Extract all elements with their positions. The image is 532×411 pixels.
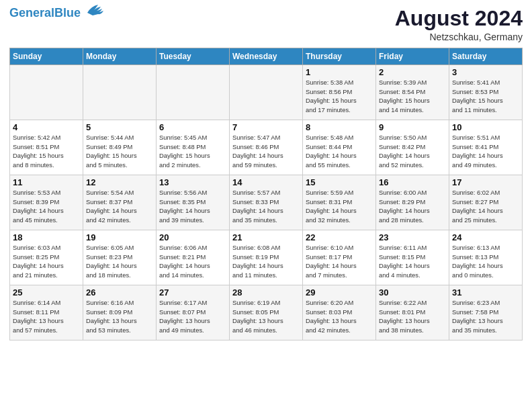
main-container: GeneralBlue August 2024 Netzschkau, Germ…: [0, 0, 532, 411]
day-number: 21: [232, 232, 300, 242]
day-info: Sunrise: 6:08 AM Sunset: 8:19 PM Dayligh…: [232, 243, 300, 280]
day-info: Sunrise: 5:39 AM Sunset: 8:54 PM Dayligh…: [379, 78, 446, 115]
day-info: Sunrise: 5:59 AM Sunset: 8:31 PM Dayligh…: [306, 188, 373, 225]
location: Netzschkau, Germany: [395, 32, 523, 42]
header-saturday: Saturday: [449, 48, 523, 65]
title-block: August 2024 Netzschkau, Germany: [395, 7, 523, 42]
header-monday: Monday: [83, 48, 157, 65]
day-number: 12: [86, 177, 153, 187]
calendar-cell: 19Sunrise: 6:05 AM Sunset: 8:23 PM Dayli…: [83, 230, 157, 285]
calendar-cell: 30Sunrise: 6:22 AM Sunset: 8:01 PM Dayli…: [376, 285, 449, 340]
day-info: Sunrise: 6:19 AM Sunset: 8:05 PM Dayligh…: [232, 298, 300, 335]
calendar-cell: 26Sunrise: 6:16 AM Sunset: 8:09 PM Dayli…: [83, 285, 157, 340]
day-number: 26: [86, 287, 153, 298]
day-number: 27: [159, 287, 226, 298]
day-info: Sunrise: 5:53 AM Sunset: 8:39 PM Dayligh…: [13, 188, 80, 225]
day-info: Sunrise: 5:48 AM Sunset: 8:44 PM Dayligh…: [306, 133, 373, 170]
calendar-cell: [230, 65, 303, 120]
day-number: 5: [86, 122, 153, 132]
calendar-cell: 29Sunrise: 6:20 AM Sunset: 8:03 PM Dayli…: [303, 285, 376, 340]
day-info: Sunrise: 6:05 AM Sunset: 8:23 PM Dayligh…: [86, 243, 153, 280]
calendar-cell: 3Sunrise: 5:41 AM Sunset: 8:53 PM Daylig…: [449, 65, 523, 120]
month-year: August 2024: [395, 7, 523, 30]
day-info: Sunrise: 6:06 AM Sunset: 8:21 PM Dayligh…: [159, 243, 226, 280]
day-info: Sunrise: 6:14 AM Sunset: 8:11 PM Dayligh…: [13, 298, 80, 335]
calendar-cell: 10Sunrise: 5:51 AM Sunset: 8:41 PM Dayli…: [449, 120, 523, 175]
calendar-cell: 13Sunrise: 5:56 AM Sunset: 8:35 PM Dayli…: [157, 175, 230, 230]
day-number: 30: [379, 287, 446, 298]
day-info: Sunrise: 5:51 AM Sunset: 8:41 PM Dayligh…: [452, 133, 519, 170]
day-number: 10: [452, 122, 519, 132]
calendar-header-row: Sunday Monday Tuesday Wednesday Thursday…: [10, 48, 523, 65]
calendar-cell: 23Sunrise: 6:11 AM Sunset: 8:15 PM Dayli…: [376, 230, 449, 285]
day-info: Sunrise: 5:45 AM Sunset: 8:48 PM Dayligh…: [159, 133, 226, 170]
day-info: Sunrise: 6:17 AM Sunset: 8:07 PM Dayligh…: [159, 298, 226, 335]
day-number: 15: [306, 177, 373, 187]
header-sunday: Sunday: [10, 48, 83, 65]
day-info: Sunrise: 6:13 AM Sunset: 8:13 PM Dayligh…: [452, 243, 519, 280]
day-info: Sunrise: 5:50 AM Sunset: 8:42 PM Dayligh…: [379, 133, 446, 170]
calendar-cell: 28Sunrise: 6:19 AM Sunset: 8:05 PM Dayli…: [230, 285, 303, 340]
day-number: 2: [379, 67, 446, 77]
calendar-week-5: 25Sunrise: 6:14 AM Sunset: 8:11 PM Dayli…: [10, 285, 523, 340]
logo-text: GeneralBlue: [9, 7, 81, 20]
day-info: Sunrise: 6:22 AM Sunset: 8:01 PM Dayligh…: [379, 298, 446, 335]
day-number: 23: [379, 232, 446, 242]
calendar-cell: [10, 65, 83, 120]
day-number: 8: [306, 122, 373, 132]
day-number: 28: [232, 287, 300, 298]
calendar-week-1: 1Sunrise: 5:38 AM Sunset: 8:56 PM Daylig…: [10, 65, 523, 120]
calendar-cell: 14Sunrise: 5:57 AM Sunset: 8:33 PM Dayli…: [230, 175, 303, 230]
calendar-cell: 12Sunrise: 5:54 AM Sunset: 8:37 PM Dayli…: [83, 175, 157, 230]
calendar-cell: 21Sunrise: 6:08 AM Sunset: 8:19 PM Dayli…: [230, 230, 303, 285]
day-info: Sunrise: 6:02 AM Sunset: 8:27 PM Dayligh…: [452, 188, 519, 225]
calendar-week-4: 18Sunrise: 6:03 AM Sunset: 8:25 PM Dayli…: [10, 230, 523, 285]
calendar-week-2: 4Sunrise: 5:42 AM Sunset: 8:51 PM Daylig…: [10, 120, 523, 175]
day-number: 20: [159, 232, 226, 242]
day-info: Sunrise: 6:20 AM Sunset: 8:03 PM Dayligh…: [306, 298, 373, 335]
day-info: Sunrise: 5:41 AM Sunset: 8:53 PM Dayligh…: [452, 78, 519, 115]
calendar-cell: 18Sunrise: 6:03 AM Sunset: 8:25 PM Dayli…: [10, 230, 83, 285]
day-info: Sunrise: 5:47 AM Sunset: 8:46 PM Dayligh…: [232, 133, 300, 170]
day-info: Sunrise: 6:10 AM Sunset: 8:17 PM Dayligh…: [306, 243, 373, 280]
day-number: 3: [452, 67, 519, 77]
day-number: 17: [452, 177, 519, 187]
header-friday: Friday: [376, 48, 449, 65]
calendar-cell: 6Sunrise: 5:45 AM Sunset: 8:48 PM Daylig…: [157, 120, 230, 175]
day-number: 22: [306, 232, 373, 242]
calendar-cell: 16Sunrise: 6:00 AM Sunset: 8:29 PM Dayli…: [376, 175, 449, 230]
day-number: 14: [232, 177, 300, 187]
day-number: 4: [13, 122, 80, 132]
calendar-cell: 15Sunrise: 5:59 AM Sunset: 8:31 PM Dayli…: [303, 175, 376, 230]
calendar-cell: 31Sunrise: 6:23 AM Sunset: 7:58 PM Dayli…: [449, 285, 523, 340]
day-info: Sunrise: 6:00 AM Sunset: 8:29 PM Dayligh…: [379, 188, 446, 225]
day-number: 13: [159, 177, 226, 187]
calendar-table: Sunday Monday Tuesday Wednesday Thursday…: [9, 48, 523, 340]
day-info: Sunrise: 6:23 AM Sunset: 7:58 PM Dayligh…: [452, 298, 519, 335]
day-number: 24: [452, 232, 519, 242]
day-number: 11: [13, 177, 80, 187]
calendar-cell: 4Sunrise: 5:42 AM Sunset: 8:51 PM Daylig…: [10, 120, 83, 175]
day-number: 25: [13, 287, 80, 298]
calendar-cell: 1Sunrise: 5:38 AM Sunset: 8:56 PM Daylig…: [303, 65, 376, 120]
calendar-cell: [83, 65, 157, 120]
calendar-cell: 9Sunrise: 5:50 AM Sunset: 8:42 PM Daylig…: [376, 120, 449, 175]
calendar-cell: 20Sunrise: 6:06 AM Sunset: 8:21 PM Dayli…: [157, 230, 230, 285]
calendar-cell: 7Sunrise: 5:47 AM Sunset: 8:46 PM Daylig…: [230, 120, 303, 175]
day-number: 6: [159, 122, 226, 132]
calendar-cell: 2Sunrise: 5:39 AM Sunset: 8:54 PM Daylig…: [376, 65, 449, 120]
calendar-cell: [157, 65, 230, 120]
day-info: Sunrise: 5:44 AM Sunset: 8:49 PM Dayligh…: [86, 133, 153, 170]
logo: GeneralBlue: [9, 7, 103, 20]
day-number: 18: [13, 232, 80, 242]
header-wednesday: Wednesday: [230, 48, 303, 65]
header-thursday: Thursday: [303, 48, 376, 65]
day-number: 29: [306, 287, 373, 298]
day-number: 16: [379, 177, 446, 187]
day-info: Sunrise: 5:56 AM Sunset: 8:35 PM Dayligh…: [159, 188, 226, 225]
calendar-week-3: 11Sunrise: 5:53 AM Sunset: 8:39 PM Dayli…: [10, 175, 523, 230]
day-number: 19: [86, 232, 153, 242]
day-number: 1: [306, 67, 373, 77]
day-info: Sunrise: 6:16 AM Sunset: 8:09 PM Dayligh…: [86, 298, 153, 335]
calendar-cell: 22Sunrise: 6:10 AM Sunset: 8:17 PM Dayli…: [303, 230, 376, 285]
